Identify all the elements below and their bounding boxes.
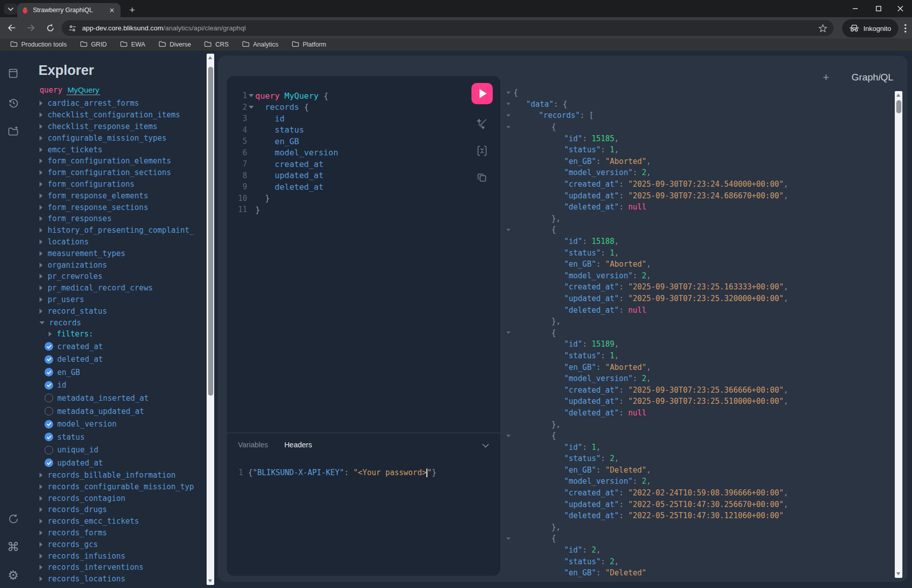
prettify-button[interactable]	[476, 117, 488, 132]
field-checkbox-unchecked[interactable]	[45, 446, 53, 454]
caret-right-icon[interactable]	[49, 331, 52, 337]
caret-right-icon[interactable]	[39, 530, 43, 535]
collapse-caret-icon[interactable]	[506, 92, 513, 94]
caret-right-icon[interactable]	[39, 519, 43, 524]
caret-right-icon[interactable]	[39, 484, 43, 489]
forward-button[interactable]	[23, 20, 38, 35]
query-line[interactable]: 8 updated_at	[227, 170, 465, 182]
query-line[interactable]: 11}	[227, 204, 465, 216]
explorer-item-pr-crewroles[interactable]: pr_crewroles	[26, 271, 207, 282]
caret-right-icon[interactable]	[39, 473, 43, 478]
field-checkbox-checked[interactable]	[45, 433, 53, 441]
bookmark-item[interactable]: Platform	[287, 39, 332, 50]
field-checkbox-checked[interactable]	[45, 368, 53, 376]
query-line[interactable]: 5 en_GB	[227, 136, 465, 147]
tab-headers[interactable]: Headers	[284, 441, 312, 449]
explorer-item-records-interventions[interactable]: records_interventions	[26, 562, 207, 573]
caret-right-icon[interactable]	[39, 263, 43, 268]
collapse-caret-icon[interactable]	[506, 126, 513, 129]
caret-right-icon[interactable]	[39, 216, 43, 221]
collapse-panel-chevron-icon[interactable]	[482, 441, 489, 450]
explorer-item-form-configuration-elements[interactable]: form_configuration_elements	[26, 155, 207, 167]
explorer-item-measurement-types[interactable]: measurement_types	[26, 247, 207, 259]
field-checkbox-checked[interactable]	[45, 420, 53, 429]
caret-right-icon[interactable]	[39, 309, 43, 314]
query-line[interactable]: 4 status	[227, 124, 465, 136]
explorer-item-record-status[interactable]: record_status	[26, 305, 207, 317]
caret-right-icon[interactable]	[39, 147, 43, 152]
fold-caret-icon[interactable]	[247, 106, 255, 109]
field-checkbox-unchecked[interactable]	[45, 407, 53, 415]
explorer-item-metadata-updated-at[interactable]: metadata_updated_at	[26, 405, 207, 418]
response-scrollbar[interactable]	[895, 91, 902, 578]
caret-right-icon[interactable]	[39, 205, 43, 210]
collapse-caret-icon[interactable]	[506, 103, 513, 105]
explorer-item-form-responses[interactable]: form_responses	[26, 213, 207, 225]
incognito-badge[interactable]: Inkognito	[842, 19, 898, 37]
browser-menu-button[interactable]	[899, 21, 911, 35]
collapse-caret-icon[interactable]	[506, 331, 513, 334]
explorer-item-updated-at[interactable]: updated_at	[26, 456, 207, 470]
bookmark-item[interactable]: GRID	[75, 39, 112, 50]
explorer-scrollbar-thumb[interactable]	[208, 67, 213, 396]
explorer-item-form-configuration-sections[interactable]: form_configuration_sections	[26, 167, 207, 179]
scroll-up-arrow-icon[interactable]	[208, 56, 212, 59]
explorer-item-pr-medical-record-crews[interactable]: pr_medical_record_crews	[26, 282, 207, 294]
new-tab-button[interactable]: +	[126, 4, 139, 16]
bookmark-item[interactable]: Analytics	[237, 39, 284, 50]
scroll-down-arrow-icon[interactable]	[896, 572, 900, 575]
add-tab-button[interactable]: +	[823, 71, 829, 84]
query-editor[interactable]: 1query MyQuery {2 records {3 id4 status5…	[227, 76, 500, 576]
explorer-item-metadata-inserted-at[interactable]: metadata_inserted_at	[26, 392, 207, 405]
caret-right-icon[interactable]	[39, 158, 43, 163]
caret-right-icon[interactable]	[39, 251, 43, 256]
tab-close-icon[interactable]: ✕	[107, 6, 116, 15]
caret-right-icon[interactable]	[39, 507, 43, 512]
field-checkbox-checked[interactable]	[45, 355, 53, 364]
caret-right-icon[interactable]	[39, 496, 43, 501]
caret-right-icon[interactable]	[39, 239, 43, 244]
explorer-item-records-forms[interactable]: records_forms	[26, 527, 207, 539]
caret-right-icon[interactable]	[39, 101, 43, 106]
shortcuts-icon[interactable]: ⌘	[7, 540, 20, 554]
collapse-caret-icon[interactable]	[506, 229, 513, 231]
explorer-item-records-locations[interactable]: records_locations	[26, 573, 207, 585]
query-line[interactable]: 9 deleted_at	[227, 181, 465, 193]
explorer-item-emcc-tickets[interactable]: emcc_tickets	[26, 144, 207, 155]
query-line[interactable]: 1query MyQuery {	[227, 90, 465, 102]
explorer-item-records-contagion[interactable]: records_contagion	[26, 492, 207, 504]
refresh-schema-icon[interactable]	[7, 512, 20, 525]
explorer-item-organizations[interactable]: organizations	[26, 259, 207, 271]
explorer-item-records[interactable]: records	[26, 317, 207, 328]
field-checkbox-checked[interactable]	[45, 458, 53, 467]
tab-search-button[interactable]	[4, 4, 17, 15]
explorer-item-en-GB[interactable]: en_GB	[26, 366, 207, 379]
explorer-item-cardiac-arrest-forms[interactable]: cardiac_arrest_forms	[26, 98, 207, 109]
url-bar[interactable]: app-dev.core.bliksund.com/analytics/api/…	[62, 20, 834, 36]
explorer-item-status[interactable]: status	[26, 431, 207, 444]
field-checkbox-checked[interactable]	[45, 381, 53, 390]
bookmark-item[interactable]: CRS	[199, 39, 233, 50]
tab-variables[interactable]: Variables	[238, 441, 268, 449]
window-minimize-button[interactable]	[844, 0, 867, 17]
operation-name-input[interactable]: MyQuery	[66, 86, 100, 95]
caret-right-icon[interactable]	[39, 170, 43, 175]
reload-button[interactable]	[43, 20, 58, 35]
query-line[interactable]: 3 id	[227, 113, 465, 124]
explorer-item-form-response-elements[interactable]: form_response_elements	[26, 190, 207, 201]
caret-right-icon[interactable]	[39, 542, 43, 547]
caret-right-icon[interactable]	[39, 554, 43, 559]
caret-right-icon[interactable]	[39, 285, 43, 290]
bookmark-item[interactable]: Production tools	[5, 39, 72, 50]
back-button[interactable]	[4, 20, 19, 35]
explorer-item-locations[interactable]: locations	[26, 236, 207, 248]
collapse-caret-icon[interactable]	[506, 114, 513, 117]
caret-right-icon[interactable]	[39, 112, 43, 117]
scroll-down-arrow-icon[interactable]	[208, 579, 212, 582]
explorer-item-records-emcc-tickets[interactable]: records_emcc_tickets	[26, 516, 207, 527]
explorer-item-records-gcs[interactable]: records_gcs	[26, 538, 207, 550]
window-maximize-button[interactable]	[867, 0, 890, 17]
browser-tab[interactable]: Strawberry GraphiQL ✕	[17, 3, 121, 17]
docs-icon[interactable]	[7, 67, 20, 80]
collapse-caret-icon[interactable]	[506, 537, 513, 540]
